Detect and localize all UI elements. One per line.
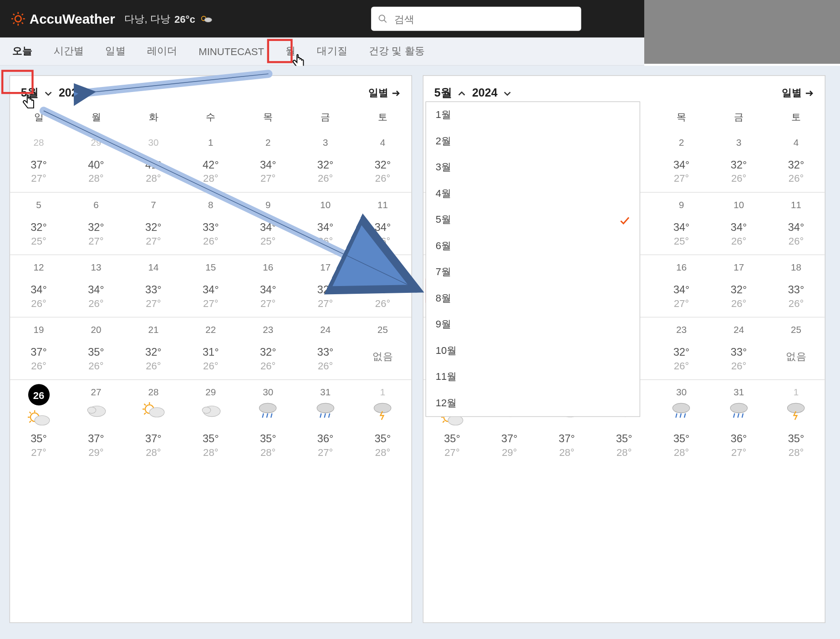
temp-block: 37°28°	[538, 433, 596, 458]
month-option-9[interactable]: 9월	[426, 312, 640, 337]
day-cell[interactable]: 1732°26°	[710, 255, 768, 317]
day-cell[interactable]: 2132°26°	[125, 317, 182, 379]
day-cell[interactable]: 1234°26°	[10, 255, 67, 317]
day-cell[interactable]: 2940°28°	[67, 130, 125, 192]
month-dropdown[interactable]: 1월2월3월4월5월6월7월8월9월10월11월12월	[426, 102, 641, 417]
temp-block: 37°27°	[10, 159, 67, 184]
day-cell[interactable]: 532°25°	[10, 193, 67, 255]
day-cell[interactable]: 2635°27°	[10, 380, 67, 466]
day-cell[interactable]: 25없음	[354, 317, 412, 379]
day-number: 22	[182, 317, 239, 335]
day-cell[interactable]: 1634°27°	[239, 255, 297, 317]
day-cell[interactable]: 3035°28°	[239, 380, 297, 466]
month-option-2[interactable]: 2월	[426, 128, 640, 154]
year-dropdown-label[interactable]: 2024	[59, 86, 84, 99]
day-cell[interactable]: 934°25°	[239, 193, 297, 255]
day-cell[interactable]: 833°26°	[182, 193, 239, 255]
nav-item-2[interactable]: 일별	[105, 40, 125, 63]
daily-link[interactable]: 일별	[368, 87, 401, 99]
hi-temp: 37°	[67, 433, 125, 445]
hi-temp: 32°	[653, 347, 710, 359]
day-cell[interactable]: 934°25°	[653, 193, 710, 255]
hi-temp: 34°	[239, 284, 297, 296]
temp-block: 40°28°	[67, 159, 125, 184]
day-cell[interactable]: 25없음	[768, 317, 825, 379]
day-cell[interactable]: 2332°26°	[653, 317, 710, 379]
day-cell[interactable]: 2035°26°	[67, 317, 125, 379]
search-input[interactable]	[394, 13, 575, 25]
day-cell[interactable]: 2837°28°	[125, 380, 182, 466]
lo-temp: 27°	[710, 446, 768, 458]
month-option-1[interactable]: 1월	[426, 102, 640, 128]
svg-line-68	[742, 414, 743, 418]
day-cell[interactable]: 332°26°	[710, 130, 768, 192]
hi-temp: 33°	[125, 284, 182, 296]
year-dropdown-label[interactable]: 2024	[472, 86, 498, 99]
nav-item-4[interactable]: MINUTECAST	[199, 40, 264, 62]
month-option-10[interactable]: 10월	[426, 337, 640, 363]
day-cell[interactable]: 1433°27°	[125, 255, 182, 317]
location-label[interactable]: 다낭, 다낭 26°c	[124, 11, 214, 26]
nav-item-5[interactable]: 월	[285, 40, 295, 63]
day-cell[interactable]: 1634°27°	[653, 255, 710, 317]
month-dropdown-label[interactable]: 5월	[21, 85, 39, 101]
day-cell[interactable]: 1833°26°	[768, 255, 825, 317]
day-cell[interactable]: 1334°26°	[67, 255, 125, 317]
day-cell[interactable]: 2433°26°	[297, 317, 354, 379]
nav-item-6[interactable]: 대기질	[317, 40, 347, 63]
day-cell[interactable]: 1034°26°	[297, 193, 354, 255]
month-year-selector[interactable]: 5월 2024	[21, 85, 99, 101]
search-box[interactable]	[371, 7, 581, 31]
day-cell[interactable]: 732°27°	[125, 193, 182, 255]
day-cell[interactable]: 135°28°	[354, 380, 412, 466]
day-cell[interactable]: 2837°27°	[10, 130, 67, 192]
lo-temp: 26°	[354, 297, 412, 309]
day-cell[interactable]: 1833°26°	[354, 255, 412, 317]
month-dropdown-label[interactable]: 5월	[434, 85, 452, 101]
day-cell[interactable]: 3041°28°	[125, 130, 182, 192]
day-cell[interactable]: 2231°26°	[182, 317, 239, 379]
day-cell[interactable]: 1034°26°	[710, 193, 768, 255]
month-option-11[interactable]: 11월	[426, 364, 640, 390]
day-cell[interactable]: 234°27°	[653, 130, 710, 192]
nav-item-1[interactable]: 시간별	[54, 40, 84, 63]
day-cell[interactable]: 432°26°	[768, 130, 825, 192]
no-data-label: 없음	[354, 350, 412, 363]
day-cell[interactable]: 1937°26°	[10, 317, 67, 379]
month-option-4[interactable]: 4월	[426, 181, 640, 207]
svg-point-39	[317, 403, 334, 413]
hi-temp: 34°	[710, 221, 768, 234]
month-option-12[interactable]: 12월	[426, 390, 640, 416]
hi-temp: 36°	[710, 433, 768, 445]
day-cell[interactable]: 332°26°	[297, 130, 354, 192]
day-cell[interactable]: 1732°27°	[297, 255, 354, 317]
nav-item-3[interactable]: 레이더	[147, 40, 177, 63]
day-cell[interactable]: 1134°26°	[768, 193, 825, 255]
day-cell[interactable]: 135°28°	[768, 380, 825, 466]
month-option-5[interactable]: 5월	[426, 207, 640, 233]
day-cell[interactable]: 632°27°	[67, 193, 125, 255]
month-option-6[interactable]: 6월	[426, 233, 640, 259]
day-cell[interactable]: 142°28°	[182, 130, 239, 192]
day-cell[interactable]: 234°27°	[239, 130, 297, 192]
month-year-selector[interactable]: 5월 2024	[434, 85, 512, 101]
day-cell[interactable]: 3136°27°	[297, 380, 354, 466]
day-cell[interactable]: 3136°27°	[710, 380, 768, 466]
day-number: 7	[125, 193, 182, 210]
day-cell[interactable]: 432°26°	[354, 130, 412, 192]
month-option-3[interactable]: 3월	[426, 154, 640, 180]
day-cell[interactable]: 1534°27°	[182, 255, 239, 317]
dow-cell: 목	[653, 112, 710, 124]
nav-item-7[interactable]: 건강 및 활동	[369, 40, 425, 63]
day-cell[interactable]: 2935°28°	[182, 380, 239, 466]
month-option-7[interactable]: 7월	[426, 259, 640, 285]
day-cell[interactable]: 3035°28°	[653, 380, 710, 466]
day-cell[interactable]: 2433°26°	[710, 317, 768, 379]
month-option-8[interactable]: 8월	[426, 285, 640, 311]
day-cell[interactable]: 1134°26°	[354, 193, 412, 255]
daily-link[interactable]: 일별	[782, 87, 814, 99]
day-cell[interactable]: 2332°26°	[239, 317, 297, 379]
lo-temp: 28°	[653, 446, 710, 458]
nav-item-0[interactable]: 오늘	[12, 40, 32, 63]
day-cell[interactable]: 2737°29°	[67, 380, 125, 466]
